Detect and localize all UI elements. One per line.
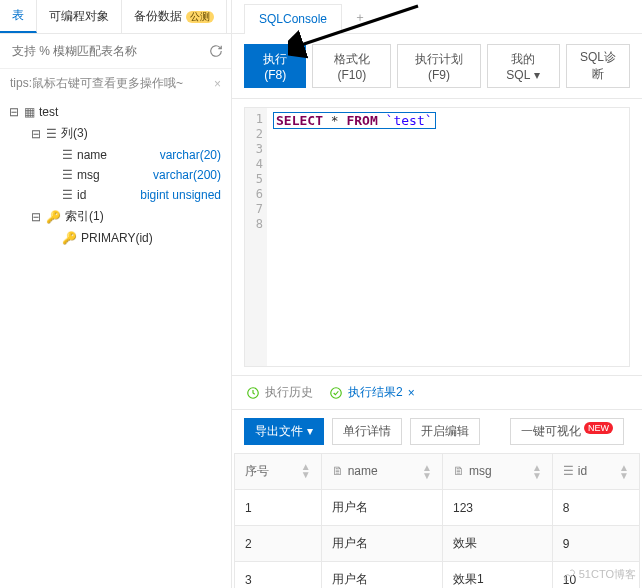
- export-button[interactable]: 导出文件▾: [244, 418, 324, 445]
- sort-icon[interactable]: ▲▼: [301, 463, 311, 479]
- table-icon: ▦: [24, 105, 35, 119]
- col-id-label: id: [77, 188, 86, 202]
- column-icon: ☰: [62, 168, 73, 182]
- doc-icon: 🗎: [332, 464, 344, 478]
- left-tabs: 表 可编程对象 备份数据 公测: [0, 0, 231, 34]
- close-result-icon[interactable]: ×: [408, 386, 415, 400]
- tree-columns[interactable]: ⊟ ☰ 列(3): [0, 122, 231, 145]
- col-name[interactable]: 🗎name▲▼: [321, 454, 442, 490]
- tab-history-label: 执行历史: [265, 384, 313, 401]
- col-id-type: bigint unsigned: [140, 188, 231, 202]
- col-seq[interactable]: 序号▲▼: [235, 454, 322, 490]
- beta-badge: 公测: [186, 11, 214, 23]
- tree-indexes[interactable]: ⊟ 🔑 索引(1): [0, 205, 231, 228]
- history-icon: [246, 386, 260, 400]
- result-toolbar: 导出文件▾ 单行详情 开启编辑 一键可视化NEW: [232, 410, 642, 453]
- tree-root-label: test: [39, 105, 58, 119]
- tab-sqlconsole-label: SQLConsole: [259, 12, 327, 26]
- tab-tables[interactable]: 表: [0, 0, 37, 33]
- tree-column-name[interactable]: ☰ name varchar(20): [0, 145, 231, 165]
- chevron-down-icon: ▾: [534, 68, 540, 82]
- collapse-icon[interactable]: ⊟: [30, 210, 42, 224]
- doc-icon: 🗎: [453, 464, 465, 478]
- run-button[interactable]: 执行(F8): [244, 44, 306, 88]
- mysql-button[interactable]: 我的SQL▾: [487, 44, 560, 88]
- column-icon: ☰: [62, 148, 73, 162]
- result-tabs: 执行历史 执行结果2 ×: [232, 375, 642, 410]
- format-button[interactable]: 格式化(F10): [312, 44, 391, 88]
- columns-label: 列(3): [61, 125, 88, 142]
- tab-history[interactable]: 执行历史: [246, 384, 313, 401]
- tab-programmable[interactable]: 可编程对象: [37, 0, 122, 33]
- tree-index-primary[interactable]: 🔑 PRIMARY(id): [0, 228, 231, 248]
- edit-button[interactable]: 开启编辑: [410, 418, 480, 445]
- new-badge: NEW: [584, 422, 613, 434]
- editor-tabs: SQLConsole ＋: [232, 0, 642, 34]
- link-icon: [564, 569, 576, 581]
- col-msg[interactable]: 🗎msg▲▼: [443, 454, 553, 490]
- key-icon: 🔑: [62, 231, 77, 245]
- col-msg-label: msg: [77, 168, 100, 182]
- tree-column-id[interactable]: ☰ id bigint unsigned: [0, 185, 231, 205]
- index-label: 索引(1): [65, 208, 104, 225]
- col-name-type: varchar(20): [160, 148, 231, 162]
- search-input[interactable]: [8, 40, 209, 62]
- add-tab-icon[interactable]: ＋: [346, 2, 374, 33]
- close-tips-icon[interactable]: ×: [214, 77, 221, 91]
- diag-button[interactable]: SQL诊断: [566, 44, 630, 88]
- check-circle-icon: [329, 386, 343, 400]
- column-icon: ☰: [62, 188, 73, 202]
- list-icon: ☰: [46, 127, 57, 141]
- sql-toolbar: 执行(F8) 格式化(F10) 执行计划(F9) 我的SQL▾ SQL诊断: [232, 34, 642, 99]
- chevron-down-icon: ▾: [307, 424, 313, 438]
- tips-text: tips:鼠标右键可查看更多操作哦~: [10, 75, 183, 92]
- col-msg-type: varchar(200): [153, 168, 231, 182]
- right-panel: SQLConsole ＋ 执行(F8) 格式化(F10) 执行计划(F9) 我的…: [232, 0, 642, 588]
- table-header-row: 序号▲▼ 🗎name▲▼ 🗎msg▲▼ ☰id▲▼: [235, 454, 640, 490]
- col-id[interactable]: ☰id▲▼: [552, 454, 639, 490]
- tips-bar: tips:鼠标右键可查看更多操作哦~ ×: [0, 69, 231, 98]
- table-row[interactable]: 2用户名效果9: [235, 526, 640, 562]
- index-primary-label: PRIMARY(id): [81, 231, 153, 245]
- sort-icon[interactable]: ▲▼: [619, 464, 629, 480]
- plan-button[interactable]: 执行计划(F9): [397, 44, 481, 88]
- tree-root[interactable]: ⊟ ▦ test: [0, 102, 231, 122]
- watermark-text: 51CTO博客: [579, 567, 636, 582]
- tab-result-label: 执行结果2: [348, 384, 403, 401]
- editor-code[interactable]: SELECT * FROM `test`: [267, 108, 629, 366]
- left-panel: 表 可编程对象 备份数据 公测 tips:鼠标右键可查看更多操作哦~ × ⊟ ▦…: [0, 0, 232, 588]
- search-row: [0, 34, 231, 69]
- table-row[interactable]: 1用户名1238: [235, 490, 640, 526]
- collapse-icon[interactable]: ⊟: [30, 127, 42, 141]
- refresh-icon[interactable]: [209, 44, 223, 58]
- single-row-button[interactable]: 单行详情: [332, 418, 402, 445]
- sql-editor[interactable]: 12345678 SELECT * FROM `test`: [244, 107, 630, 367]
- watermark: 51CTO博客: [564, 567, 636, 582]
- list-icon: ☰: [563, 464, 574, 478]
- key-icon: 🔑: [46, 210, 61, 224]
- visualize-button[interactable]: 一键可视化NEW: [510, 418, 624, 445]
- tab-sqlconsole[interactable]: SQLConsole: [244, 4, 342, 33]
- tab-result[interactable]: 执行结果2 ×: [329, 384, 415, 401]
- tab-backup[interactable]: 备份数据 公测: [122, 0, 227, 33]
- sort-icon[interactable]: ▲▼: [532, 464, 542, 480]
- collapse-icon[interactable]: ⊟: [8, 105, 20, 119]
- tab-backup-label: 备份数据: [134, 8, 182, 25]
- sort-icon[interactable]: ▲▼: [422, 464, 432, 480]
- tree-column-msg[interactable]: ☰ msg varchar(200): [0, 165, 231, 185]
- tree: ⊟ ▦ test ⊟ ☰ 列(3) ☰ name varchar(20) ☰ m…: [0, 98, 231, 252]
- svg-point-1: [331, 387, 342, 398]
- editor-gutter: 12345678: [245, 108, 267, 366]
- col-name-label: name: [77, 148, 107, 162]
